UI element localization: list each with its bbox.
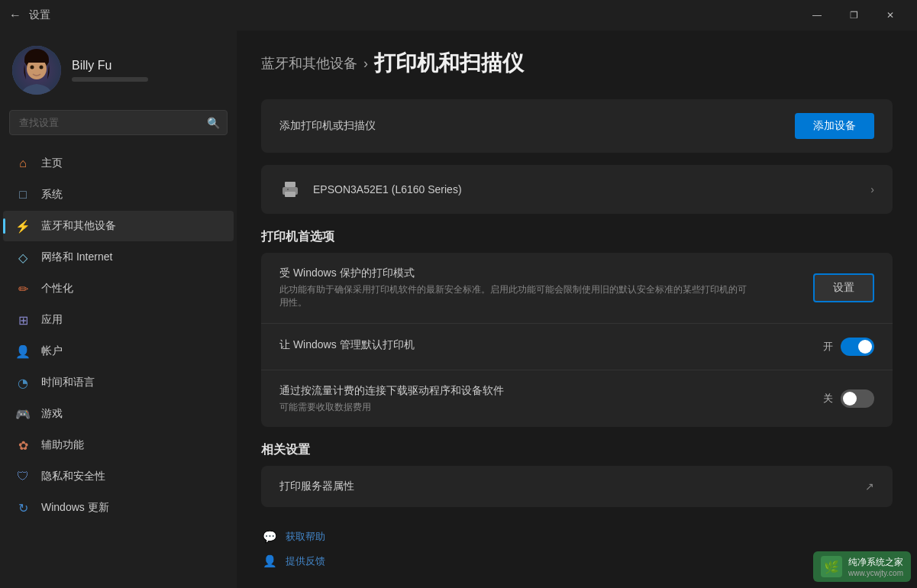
main-container: Billy Fu 🔍 ⌂ 主页 □ 系统 ⚡ 蓝牙和其他设备 ◇ 网络和 Int… <box>0 31 917 588</box>
sidebar-item-home[interactable]: ⌂ 主页 <box>3 148 234 179</box>
preferences-card: 受 Windows 保护的打印模式 此功能有助于确保采用打印机软件的最新安全标准… <box>261 253 893 427</box>
toggle-label-manage-default: 开 <box>823 340 833 354</box>
network-icon: ◇ <box>15 250 31 265</box>
help-icon: 💬 <box>261 528 278 545</box>
sidebar-label-time: 时间和语言 <box>41 376 95 389</box>
bottom-link-label-feedback: 提供反馈 <box>286 554 325 568</box>
pref-desc-windows-protected: 此功能有助于确保采用打印机软件的最新安全标准。启用此功能可能会限制使用旧的默认安… <box>279 283 753 309</box>
sidebar-label-system: 系统 <box>41 188 63 202</box>
sidebar-label-privacy: 隐私和安全性 <box>41 470 105 483</box>
bottom-link-help[interactable]: 💬 获取帮助 <box>261 528 893 545</box>
privacy-icon: 🛡 <box>15 469 31 484</box>
watermark: 🌿 纯净系统之家 www.ycwjty.com <box>813 551 911 582</box>
user-info: Billy Fu <box>72 59 148 82</box>
avatar <box>12 46 61 95</box>
apps-icon: ⊞ <box>15 312 31 328</box>
close-button[interactable]: ✕ <box>873 3 908 27</box>
title-bar-left: ← 设置 <box>9 8 50 22</box>
printer-row[interactable]: EPSON3A52E1 (L6160 Series) › <box>261 165 893 214</box>
sidebar-item-apps[interactable]: ⊞ 应用 <box>3 305 234 335</box>
pref-desc-metered-connection: 可能需要收取数据费用 <box>279 401 753 414</box>
sidebar-item-network[interactable]: ◇ 网络和 Internet <box>3 242 234 273</box>
printer-name: EPSON3A52E1 (L6160 Series) <box>313 183 858 195</box>
sidebar-item-bluetooth[interactable]: ⚡ 蓝牙和其他设备 <box>3 211 234 241</box>
title-bar: ← 设置 — ❐ ✕ <box>0 0 917 31</box>
sidebar-item-personal[interactable]: ✏ 个性化 <box>3 273 234 304</box>
sidebar-label-bluetooth: 蓝牙和其他设备 <box>41 219 116 233</box>
personal-icon: ✏ <box>15 281 31 296</box>
feedback-icon: 👤 <box>261 553 278 570</box>
sidebar-label-personal: 个性化 <box>41 282 73 296</box>
user-bar <box>72 77 148 82</box>
window-title: 设置 <box>29 8 50 22</box>
sidebar-item-privacy[interactable]: 🛡 隐私和安全性 <box>3 461 234 492</box>
games-icon: 🎮 <box>15 406 31 422</box>
pref-title-windows-protected: 受 Windows 保护的打印模式 <box>279 267 813 280</box>
breadcrumb: 蓝牙和其他设备 › 打印机和扫描仪 <box>261 49 893 78</box>
pref-info-windows-protected: 受 Windows 保护的打印模式 此功能有助于确保采用打印机软件的最新安全标准… <box>279 267 813 309</box>
account-icon: 👤 <box>15 344 31 359</box>
user-profile[interactable]: Billy Fu <box>0 31 237 107</box>
add-device-card: 添加打印机或扫描仪 添加设备 <box>261 99 893 153</box>
breadcrumb-current: 打印机和扫描仪 <box>374 49 524 78</box>
sidebar-item-games[interactable]: 🎮 游戏 <box>3 399 234 429</box>
restore-button[interactable]: ❐ <box>836 3 871 27</box>
preferences-header: 打印机首选项 <box>261 229 893 245</box>
sidebar-item-time[interactable]: ◔ 时间和语言 <box>3 367 234 398</box>
printer-card: EPSON3A52E1 (L6160 Series) › <box>261 165 893 214</box>
pref-title-manage-default: 让 Windows 管理默认打印机 <box>279 338 823 352</box>
external-link-icon: ↗ <box>865 480 874 493</box>
sidebar-item-access[interactable]: ✿ 辅助功能 <box>3 430 234 460</box>
search-box: 🔍 <box>9 110 228 135</box>
search-input[interactable] <box>9 110 228 135</box>
sidebar-label-apps: 应用 <box>41 313 63 327</box>
sidebar-item-system[interactable]: □ 系统 <box>3 179 234 210</box>
pref-right-manage-default: 开 <box>823 338 874 356</box>
related-header: 相关设置 <box>261 442 893 458</box>
pref-title-metered-connection: 通过按流量计费的连接下载驱动程序和设备软件 <box>279 384 823 398</box>
watermark-text: 纯净系统之家 www.ycwjty.com <box>848 556 903 577</box>
svg-rect-7 <box>285 192 295 197</box>
home-icon: ⌂ <box>15 156 31 171</box>
sidebar: Billy Fu 🔍 ⌂ 主页 □ 系统 ⚡ 蓝牙和其他设备 ◇ 网络和 Int… <box>0 31 237 588</box>
add-device-button[interactable]: 添加设备 <box>795 113 874 139</box>
related-row-print-server[interactable]: 打印服务器属性 ↗ <box>261 466 893 507</box>
time-icon: ◔ <box>15 375 31 390</box>
back-button[interactable]: ← <box>9 8 21 22</box>
access-icon: ✿ <box>15 438 31 453</box>
add-device-row: 添加打印机或扫描仪 添加设备 <box>261 99 893 153</box>
watermark-site: 纯净系统之家 <box>848 556 903 569</box>
sidebar-item-update[interactable]: ↻ Windows 更新 <box>3 493 234 523</box>
sidebar-item-account[interactable]: 👤 帐户 <box>3 336 234 367</box>
add-device-label: 添加打印机或扫描仪 <box>279 119 376 133</box>
sidebar-label-account: 帐户 <box>41 344 63 358</box>
related-title-print-server: 打印服务器属性 <box>279 480 354 493</box>
toggle-metered-connection[interactable] <box>841 389 874 408</box>
watermark-url: www.ycwjty.com <box>848 569 903 577</box>
pref-right-windows-protected: 设置 <box>813 273 874 302</box>
sidebar-label-access: 辅助功能 <box>41 438 84 452</box>
pref-info-metered-connection: 通过按流量计费的连接下载驱动程序和设备软件 可能需要收取数据费用 <box>279 384 823 414</box>
breadcrumb-separator: › <box>363 56 368 72</box>
sidebar-label-network: 网络和 Internet <box>41 250 112 264</box>
minimize-button[interactable]: — <box>799 3 835 27</box>
bluetooth-icon: ⚡ <box>15 218 31 234</box>
related-card: 打印服务器属性 ↗ <box>261 466 893 507</box>
svg-rect-6 <box>285 182 295 187</box>
printer-icon <box>279 179 301 200</box>
svg-point-3 <box>31 66 34 69</box>
watermark-logo: 🌿 <box>821 556 842 577</box>
svg-point-4 <box>40 66 44 69</box>
pref-row-windows-protected: 受 Windows 保护的打印模式 此功能有助于确保采用打印机软件的最新安全标准… <box>261 253 893 323</box>
content-area: 蓝牙和其他设备 › 打印机和扫描仪 添加打印机或扫描仪 添加设备 <box>237 31 917 588</box>
title-bar-controls: — ❐ ✕ <box>799 3 908 27</box>
pref-right-metered-connection: 关 <box>823 389 874 408</box>
pref-settings-button[interactable]: 设置 <box>813 273 874 302</box>
bottom-link-feedback[interactable]: 👤 提供反馈 <box>261 553 893 570</box>
breadcrumb-parent[interactable]: 蓝牙和其他设备 <box>261 54 357 73</box>
sidebar-label-update: Windows 更新 <box>41 501 109 515</box>
toggle-manage-default[interactable] <box>841 338 874 356</box>
chevron-right-icon: › <box>870 183 874 195</box>
search-icon: 🔍 <box>207 117 220 129</box>
nav-section: ⌂ 主页 □ 系统 ⚡ 蓝牙和其他设备 ◇ 网络和 Internet ✏ 个性化… <box>0 147 237 524</box>
